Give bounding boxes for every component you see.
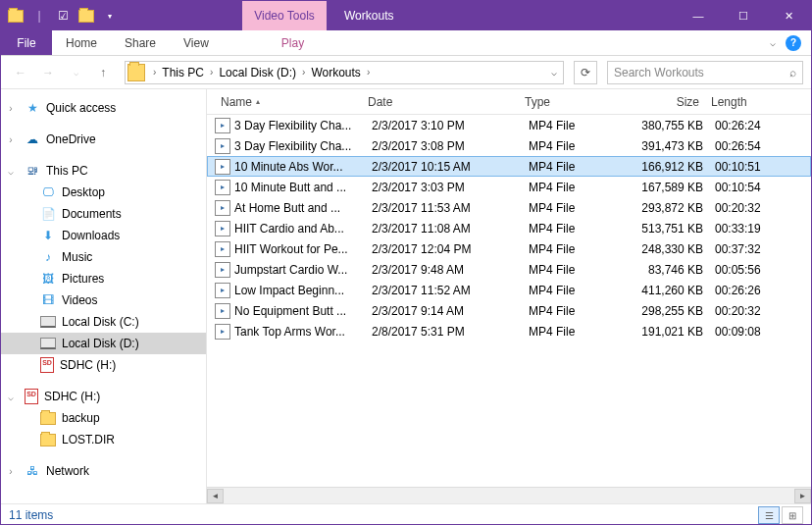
collapse-icon[interactable]: ⌵ [5, 392, 17, 402]
refresh-button[interactable]: ⟳ [574, 61, 597, 84]
file-name: HIIT Cardio and Ab... [234, 222, 366, 236]
video-file-icon [215, 262, 230, 278]
file-list[interactable]: 3 Day Flexibility Cha...2/3/2017 3:10 PM… [207, 115, 811, 487]
file-date: 2/3/2017 11:53 AM [366, 201, 523, 215]
column-headers: Name▴ Date Type Size Length [207, 89, 811, 115]
folder-icon [40, 412, 56, 425]
folder-icon[interactable] [5, 5, 26, 26]
documents-icon: 📄 [40, 206, 56, 222]
back-button[interactable]: ← [9, 61, 32, 84]
tab-play[interactable]: Play [268, 30, 318, 55]
tree-music[interactable]: ♪Music [1, 246, 206, 268]
tree-sdhc-root[interactable]: ⌵SDSDHC (H:) [1, 386, 206, 407]
tree-quick-access[interactable]: ›★Quick access [1, 97, 206, 119]
details-view-button[interactable]: ☰ [758, 506, 780, 524]
file-row[interactable]: No Equipment Butt ...2/3/2017 9:14 AMMP4… [207, 300, 811, 321]
expand-icon[interactable]: › [5, 134, 17, 145]
column-date[interactable]: Date [362, 95, 519, 109]
thumbnails-view-button[interactable]: ⊞ [782, 506, 803, 524]
file-name: Jumpstart Cardio W... [234, 263, 366, 277]
search-box[interactable]: ⌕ [607, 61, 803, 84]
tree-lostdir[interactable]: LOST.DIR [1, 429, 206, 450]
address-bar[interactable]: › This PC › Local Disk (D:) › Workouts ›… [125, 61, 564, 84]
file-name: At Home Butt and ... [234, 201, 366, 215]
address-dropdown-icon[interactable]: ⌵ [547, 67, 561, 78]
file-type: MP4 File [523, 242, 631, 256]
tree-documents[interactable]: 📄Documents [1, 203, 206, 225]
file-row[interactable]: Low Impact Beginn...2/3/2017 11:52 AMMP4… [207, 280, 811, 300]
file-size: 298,255 KB [631, 304, 709, 318]
close-button[interactable]: ✕ [766, 1, 811, 30]
new-folder-icon[interactable] [76, 5, 97, 26]
breadcrumb-item[interactable]: Local Disk (D:) [215, 66, 300, 79]
file-date: 2/3/2017 3:10 PM [366, 119, 523, 132]
quick-access-toolbar: | ☑ ▾ [1, 1, 125, 30]
file-length: 00:20:32 [709, 304, 778, 318]
videos-icon: 🎞 [40, 292, 56, 308]
tree-this-pc[interactable]: ⌵🖳This PC [1, 160, 206, 182]
column-type[interactable]: Type [519, 95, 627, 109]
tree-onedrive[interactable]: ›☁OneDrive [1, 129, 206, 150]
expand-icon[interactable]: › [5, 103, 17, 114]
file-size: 167,589 KB [631, 181, 709, 194]
breadcrumb-sep-icon[interactable]: › [208, 67, 215, 78]
up-button[interactable]: ↑ [91, 61, 115, 84]
expand-ribbon-icon[interactable]: ⌵ [770, 37, 776, 48]
scroll-left-button[interactable]: ◄ [207, 489, 224, 503]
file-length: 00:20:32 [709, 201, 778, 215]
file-row[interactable]: 10 Minute Butt and ...2/3/2017 3:03 PMMP… [207, 177, 811, 197]
properties-icon[interactable]: ☑ [52, 5, 74, 26]
maximize-button[interactable]: ☐ [721, 1, 766, 30]
column-size[interactable]: Size [627, 95, 705, 109]
tab-file[interactable]: File [1, 30, 52, 55]
breadcrumb-item[interactable]: This PC [158, 66, 208, 79]
search-input[interactable] [614, 66, 789, 79]
file-row[interactable]: HIIT Cardio and Ab...2/3/2017 11:08 AMMP… [207, 218, 811, 238]
file-date: 2/3/2017 9:14 AM [366, 304, 523, 318]
recent-dropdown-icon[interactable]: ⌵ [64, 61, 87, 84]
tree-downloads[interactable]: ⬇Downloads [1, 225, 206, 246]
help-icon[interactable]: ? [786, 35, 801, 51]
drive-icon [40, 338, 56, 349]
search-icon[interactable]: ⌕ [789, 66, 796, 79]
tree-pictures[interactable]: 🖼Pictures [1, 268, 206, 289]
breadcrumb-item[interactable]: Workouts [307, 66, 364, 79]
expand-icon[interactable]: › [5, 466, 17, 477]
sd-card-icon: SD [25, 389, 38, 404]
scroll-right-button[interactable]: ► [794, 489, 811, 503]
tree-sdhc[interactable]: SDSDHC (H:) [1, 354, 206, 376]
file-row[interactable]: 3 Day Flexibility Cha...2/3/2017 3:08 PM… [207, 135, 811, 156]
forward-button[interactable]: → [36, 61, 60, 84]
file-row[interactable]: Tank Top Arms Wor...2/8/2017 5:31 PMMP4 … [207, 321, 811, 341]
horizontal-scrollbar[interactable]: ◄ ► [207, 487, 811, 503]
scroll-track[interactable] [224, 489, 794, 503]
breadcrumb-sep-icon[interactable]: › [365, 67, 372, 78]
breadcrumb-sep-icon[interactable]: › [300, 67, 307, 78]
tree-network[interactable]: ›🖧Network [1, 460, 206, 482]
file-row[interactable]: At Home Butt and ...2/3/2017 11:53 AMMP4… [207, 197, 811, 218]
file-row[interactable]: 10 Minute Abs Wor...2/3/2017 10:15 AMMP4… [207, 156, 811, 177]
tree-videos[interactable]: 🎞Videos [1, 289, 206, 311]
qat-dropdown-icon[interactable]: ▾ [99, 5, 121, 26]
tree-backup[interactable]: backup [1, 407, 206, 429]
tab-view[interactable]: View [170, 30, 223, 55]
column-name[interactable]: Name▴ [215, 95, 362, 109]
qat-separator: | [28, 5, 50, 26]
tab-home[interactable]: Home [52, 30, 111, 55]
navigation-pane[interactable]: ›★Quick access ›☁OneDrive ⌵🖳This PC 🖵Des… [1, 89, 207, 503]
sort-asc-icon: ▴ [256, 97, 260, 106]
collapse-icon[interactable]: ⌵ [5, 166, 17, 177]
tree-local-d[interactable]: Local Disk (D:) [1, 333, 206, 354]
tree-desktop[interactable]: 🖵Desktop [1, 182, 206, 203]
file-row[interactable]: Jumpstart Cardio W...2/3/2017 9:48 AMMP4… [207, 259, 811, 280]
breadcrumb-sep-icon[interactable]: › [151, 67, 158, 78]
tab-share[interactable]: Share [111, 30, 170, 55]
column-length[interactable]: Length [705, 95, 774, 109]
tree-local-c[interactable]: Local Disk (C:) [1, 311, 206, 333]
minimize-button[interactable]: — [676, 1, 721, 30]
file-row[interactable]: 3 Day Flexibility Cha...2/3/2017 3:10 PM… [207, 115, 811, 135]
context-tab-video-tools[interactable]: Video Tools [242, 1, 327, 30]
file-date: 2/3/2017 3:03 PM [366, 181, 523, 194]
file-row[interactable]: HIIT Workout for Pe...2/3/2017 12:04 PMM… [207, 238, 811, 259]
file-size: 293,872 KB [631, 201, 709, 215]
